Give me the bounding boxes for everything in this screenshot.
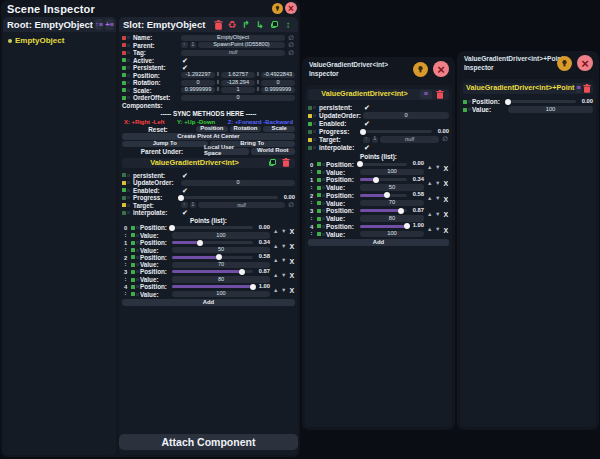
reset-scale-button[interactable]: Scale <box>263 126 295 133</box>
point-value-input[interactable]: 70 <box>172 262 270 268</box>
interpolate-checkbox[interactable]: ✔ <box>364 144 370 151</box>
ref-target-icon[interactable]: 1 <box>190 202 197 208</box>
point-position-slider[interactable] <box>172 255 253 260</box>
ref-target-icon[interactable]: 1 <box>190 42 197 48</box>
point-value-input[interactable]: 80 <box>360 215 424 222</box>
point-position-slider[interactable] <box>360 162 407 167</box>
add-child-icon[interactable]: ↳ <box>254 19 266 31</box>
reorder-updown-icon[interactable]: ↕ <box>282 19 294 31</box>
point-position-slider[interactable] <box>360 224 407 229</box>
ref-grab-icon[interactable]: ↑ <box>181 202 188 208</box>
delete-point-icon[interactable]: X <box>289 258 296 265</box>
move-up-icon[interactable]: ▲ <box>273 228 280 235</box>
null-set-icon[interactable]: ∅ <box>287 42 295 49</box>
move-up-icon[interactable]: ▲ <box>273 272 280 279</box>
position-y-input[interactable]: 1.62757 <box>221 72 255 78</box>
updateorder-input[interactable]: 0 <box>181 180 295 186</box>
component-header[interactable]: ValueGradientDriver<int> ≡ <box>308 89 449 100</box>
world-root-button[interactable]: World Root <box>251 148 296 155</box>
scale-x-input[interactable]: 0.9999999 <box>181 87 215 93</box>
root-add-icon[interactable]: +≡ <box>105 19 114 30</box>
rotation-z-input[interactable]: 0 <box>261 80 295 86</box>
remove-component-icon[interactable] <box>434 88 446 100</box>
point-value-input[interactable]: 80 <box>172 276 270 282</box>
tag-input[interactable]: null <box>181 50 285 56</box>
remove-component-icon[interactable] <box>583 82 591 94</box>
point-value-input[interactable]: 70 <box>360 200 424 207</box>
position-z-input[interactable]: -0.4922843 <box>261 72 295 78</box>
move-up-icon[interactable]: ▲ <box>273 287 280 294</box>
destroy-recycle-icon[interactable]: ♻ <box>226 19 238 31</box>
remove-component-icon[interactable] <box>280 157 292 169</box>
duplicate-component-icon[interactable] <box>266 157 278 169</box>
progress-slider[interactable] <box>363 129 432 134</box>
component-header[interactable]: ValueGradientDriver<int>+Point ≡ <box>463 83 593 94</box>
create-pivot-button[interactable]: Create Pivot At Center <box>122 133 295 140</box>
delete-point-icon[interactable]: X <box>289 287 296 294</box>
point-position-slider[interactable] <box>360 177 407 182</box>
scene-inspector-titlebar[interactable]: Scene Inspector × <box>1 0 300 17</box>
orderoffset-input[interactable]: 0 <box>181 95 295 101</box>
point-value-input[interactable]: 50 <box>360 184 424 191</box>
point-position-slider[interactable] <box>508 99 576 104</box>
move-down-icon[interactable]: ▼ <box>435 180 442 187</box>
move-down-icon[interactable]: ▼ <box>281 228 288 235</box>
ref-target-icon[interactable]: 1 <box>372 137 379 143</box>
comp-persistent-checkbox[interactable]: ✔ <box>182 172 188 179</box>
delete-point-icon[interactable]: X <box>443 180 450 187</box>
parent-ref-field[interactable]: SpawnPoint (ID55800) <box>198 42 285 48</box>
point-value-input[interactable]: 100 <box>360 169 424 176</box>
attach-component-button[interactable]: Attach Component <box>119 434 298 450</box>
move-down-icon[interactable]: ▼ <box>281 258 288 265</box>
move-down-icon[interactable]: ▼ <box>435 165 442 172</box>
point-value-input[interactable]: 100 <box>172 232 270 238</box>
point-value-input[interactable]: 50 <box>172 247 270 253</box>
delete-point-icon[interactable]: X <box>443 227 450 234</box>
active-checkbox[interactable]: ✔ <box>182 57 188 64</box>
reset-position-button[interactable]: Position <box>196 126 228 133</box>
move-down-icon[interactable]: ▼ <box>435 211 442 218</box>
close-icon[interactable]: × <box>285 2 297 14</box>
point-position-slider[interactable] <box>172 225 253 230</box>
point-value-input[interactable]: 100 <box>172 291 270 297</box>
local-user-space-button[interactable]: Local User Space <box>204 148 249 155</box>
null-set-icon[interactable]: ∅ <box>287 50 295 57</box>
rotation-y-input[interactable]: -128.294 <box>221 80 255 86</box>
point-value-input[interactable]: 100 <box>360 231 424 238</box>
delete-slot-icon[interactable] <box>212 19 224 31</box>
point-value-input[interactable]: 100 <box>508 106 593 113</box>
null-set-icon[interactable]: ∅ <box>287 202 295 209</box>
move-down-icon[interactable]: ▼ <box>281 243 288 250</box>
move-up-icon[interactable]: ▲ <box>427 165 434 172</box>
move-down-icon[interactable]: ▼ <box>281 287 288 294</box>
scale-y-input[interactable]: 1 <box>221 87 255 93</box>
name-input[interactable]: EmptyObject <box>181 35 285 41</box>
delete-point-icon[interactable]: X <box>443 196 450 203</box>
move-up-icon[interactable]: ▲ <box>273 258 280 265</box>
pin-lightbulb-icon[interactable] <box>272 3 283 14</box>
enabled-checkbox[interactable]: ✔ <box>182 187 188 194</box>
move-up-icon[interactable]: ▲ <box>427 196 434 203</box>
root-up-icon[interactable]: ↑≡ <box>95 19 103 30</box>
move-down-icon[interactable]: ▼ <box>281 272 288 279</box>
comp-persistent-checkbox[interactable]: ✔ <box>364 104 370 111</box>
move-down-icon[interactable]: ▼ <box>435 227 442 234</box>
vgd-titlebar[interactable]: ValueGradientDriver<int> Inspector × <box>302 57 455 83</box>
rotation-x-input[interactable]: 0 <box>181 80 215 86</box>
reset-rotation-button[interactable]: Rotation <box>230 126 262 133</box>
add-point-button[interactable]: Add <box>308 239 449 246</box>
add-point-button[interactable]: Add <box>122 299 295 306</box>
close-icon[interactable]: × <box>433 61 449 77</box>
enabled-checkbox[interactable]: ✔ <box>364 120 370 127</box>
delete-point-icon[interactable]: X <box>289 228 296 235</box>
interpolate-checkbox[interactable]: ✔ <box>182 209 188 216</box>
persistent-checkbox[interactable]: ✔ <box>182 64 188 71</box>
open-component-icon[interactable]: ≡ <box>420 90 432 99</box>
open-component-icon[interactable]: ≡ <box>576 84 580 93</box>
updateorder-input[interactable]: 0 <box>363 112 449 119</box>
move-up-icon[interactable]: ▲ <box>427 180 434 187</box>
point-position-slider[interactable] <box>360 193 407 198</box>
delete-point-icon[interactable]: X <box>443 211 450 218</box>
scale-z-input[interactable]: 0.9999999 <box>261 87 295 93</box>
point-position-slider[interactable] <box>172 284 253 289</box>
